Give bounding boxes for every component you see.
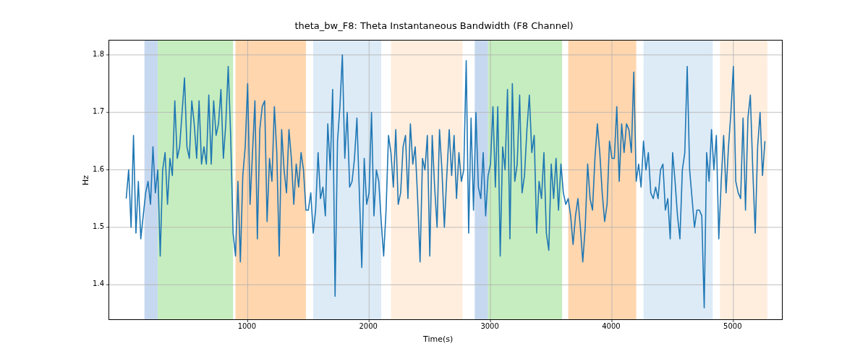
x-tick-label: 4000 <box>600 322 622 330</box>
figure: theta_bw_F8: Theta Instantaneous Bandwid… <box>0 0 868 362</box>
y-tick-label: 1.7 <box>93 107 104 115</box>
x-tick-label: 5000 <box>722 322 744 330</box>
x-axis-label: Time(s) <box>423 334 453 344</box>
y-tick-label: 1.4 <box>93 279 104 287</box>
x-tick-label: 1000 <box>236 322 258 330</box>
plot-axes <box>109 40 783 320</box>
y-tick-label: 1.5 <box>93 222 104 230</box>
y-tick-label: 1.8 <box>93 50 104 58</box>
y-tick-label: 1.6 <box>93 165 104 173</box>
chart-title: theta_bw_F8: Theta Instantaneous Bandwid… <box>0 20 868 31</box>
y-axis-label: Hz <box>81 174 90 185</box>
svg-rect-8 <box>644 41 713 319</box>
x-tick-label: 2000 <box>357 322 379 330</box>
plot-svg <box>109 41 782 319</box>
x-tick-label: 3000 <box>479 322 501 330</box>
svg-rect-7 <box>569 41 637 319</box>
svg-rect-3 <box>313 41 381 319</box>
